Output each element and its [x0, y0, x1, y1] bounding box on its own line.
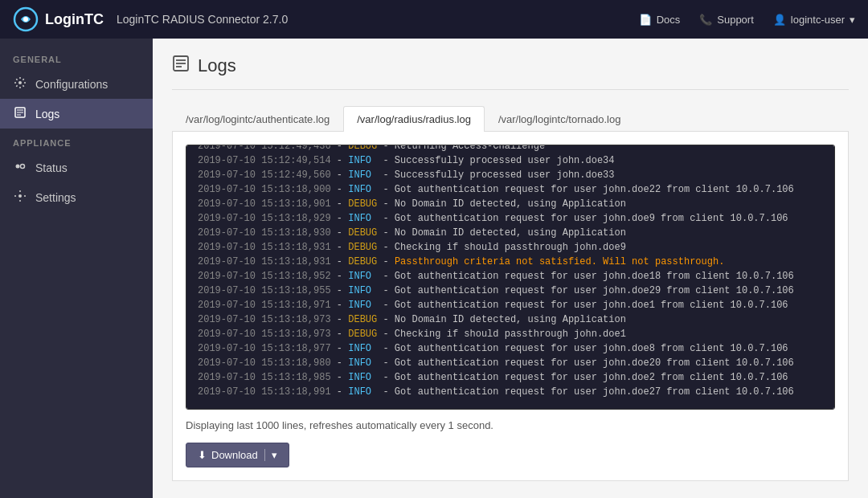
tabs-bar: /var/log/logintc/authenticate.log /var/l…	[172, 106, 849, 132]
log-line: 2019-07-10 15:13:18,973 - DEBUG - No Dom…	[198, 312, 823, 327]
tab-authenticate[interactable]: /var/log/logintc/authenticate.log	[172, 106, 343, 132]
navbar-left: LoginTC LoginTC RADIUS Connector 2.7.0	[13, 6, 288, 32]
svg-point-7	[16, 165, 20, 169]
sidebar-logs-label: Logs	[35, 108, 59, 120]
log-line: 2019-07-10 15:13:18,977 - INFO - Got aut…	[198, 341, 823, 356]
navbar-right: 📄 Docs 📞 Support 👤 logintc-user ▾	[639, 14, 855, 26]
status-icon	[13, 160, 27, 175]
sidebar-item-configurations[interactable]: Configurations	[0, 69, 153, 99]
log-output[interactable]: 2019-07-10 15:12:49,436 - DEBUG - Return…	[186, 145, 835, 410]
navbar-logo: LoginTC	[13, 6, 104, 32]
user-icon: 👤	[773, 14, 786, 26]
log-line: 2019-07-10 15:13:18,991 - INFO - Got aut…	[198, 385, 823, 399]
layout: GENERAL Configurations Logs APPLIANCE St…	[0, 39, 868, 498]
log-line: 2019-07-10 15:13:18,931 - DEBUG - Checki…	[198, 240, 823, 255]
settings-icon	[13, 190, 27, 205]
sidebar: GENERAL Configurations Logs APPLIANCE St…	[0, 39, 153, 498]
log-line: 2019-07-10 15:12:49,560 - INFO - Success…	[198, 168, 823, 182]
configurations-icon	[13, 76, 27, 92]
tab-content: 2019-07-10 15:12:49,436 - DEBUG - Return…	[172, 132, 849, 481]
log-line: 2019-07-10 15:13:18,930 - DEBUG - No Dom…	[198, 226, 823, 240]
log-line: 2019-07-10 15:13:18,900 - INFO - Got aut…	[198, 182, 823, 197]
svg-point-2	[18, 81, 22, 84]
docs-link[interactable]: 📄 Docs	[639, 14, 681, 26]
user-caret-icon: ▾	[850, 14, 855, 26]
page-header: Logs	[172, 55, 849, 90]
svg-point-8	[21, 165, 25, 169]
log-line: 2019-07-10 15:12:49,514 - INFO - Success…	[198, 153, 823, 168]
sidebar-item-status[interactable]: Status	[0, 153, 153, 182]
page-header-icon	[172, 55, 190, 76]
sidebar-item-settings[interactable]: Settings	[0, 182, 153, 212]
page-title: Logs	[198, 55, 236, 76]
log-line: 2019-07-10 15:13:18,952 - INFO - Got aut…	[198, 269, 823, 284]
sidebar-configurations-label: Configurations	[35, 78, 108, 91]
sidebar-general-label: GENERAL	[0, 45, 153, 69]
tab-radius[interactable]: /var/log/radius/radius.log	[343, 106, 485, 132]
svg-point-1	[23, 17, 28, 22]
log-line: 2019-07-10 15:13:18,980 - INFO - Got aut…	[198, 356, 823, 370]
log-line: 2019-07-10 15:13:18,929 - INFO - Got aut…	[198, 211, 823, 226]
log-line: 2019-07-10 15:13:18,955 - INFO - Got aut…	[198, 284, 823, 298]
download-caret-icon: ▾	[264, 449, 277, 461]
log-line: 2019-07-10 15:13:18,931 - DEBUG - Passth…	[198, 255, 823, 269]
support-link[interactable]: 📞 Support	[699, 14, 754, 26]
tab-tornado[interactable]: /var/log/logintc/tornado.log	[485, 106, 634, 132]
user-menu[interactable]: 👤 logintc-user ▾	[773, 14, 855, 26]
navbar: LoginTC LoginTC RADIUS Connector 2.7.0 📄…	[0, 0, 868, 39]
log-line: 2019-07-10 15:13:18,971 - INFO - Got aut…	[198, 298, 823, 312]
support-icon: 📞	[699, 14, 712, 26]
navbar-app-title: LoginTC RADIUS Connector 2.7.0	[117, 13, 288, 26]
sidebar-item-logs[interactable]: Logs	[0, 99, 153, 129]
navbar-logo-text: LoginTC	[45, 11, 104, 28]
sidebar-status-label: Status	[35, 161, 68, 174]
log-status: Displaying last 1000 lines, refreshes au…	[186, 419, 835, 431]
main-content: Logs /var/log/logintc/authenticate.log /…	[153, 39, 868, 498]
sidebar-settings-label: Settings	[35, 191, 76, 204]
docs-icon: 📄	[639, 14, 652, 26]
download-icon: ⬇	[198, 449, 207, 461]
log-line: 2019-07-10 15:13:18,985 - INFO - Got aut…	[198, 370, 823, 385]
log-line: 2019-07-10 15:12:49,436 - DEBUG - Return…	[198, 145, 823, 153]
sidebar-appliance-label: APPLIANCE	[0, 129, 153, 153]
log-line: 2019-07-10 15:13:18,901 - DEBUG - No Dom…	[198, 197, 823, 211]
log-line: 2019-07-10 15:13:18,973 - DEBUG - Checki…	[198, 327, 823, 341]
download-label: Download	[211, 449, 258, 461]
logintc-logo-icon	[13, 6, 39, 32]
logs-icon	[13, 106, 27, 121]
download-button[interactable]: ⬇ Download ▾	[186, 443, 289, 467]
svg-point-9	[18, 194, 22, 198]
